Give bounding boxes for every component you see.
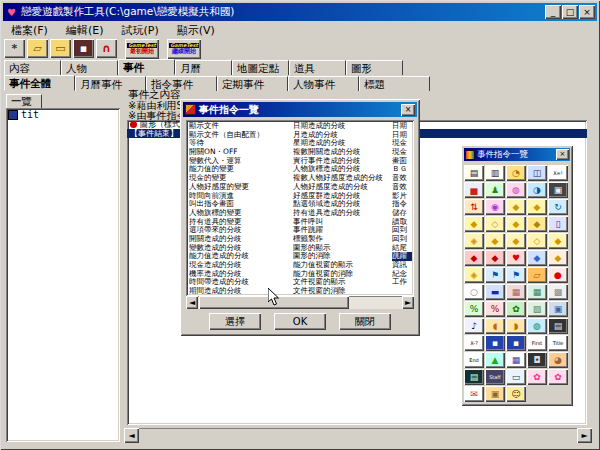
command-col3[interactable]: 指令 bbox=[392, 200, 412, 209]
command-col2[interactable]: 人物好感度造成的分歧 bbox=[293, 183, 392, 192]
menu-item-2[interactable]: 試玩(P) bbox=[114, 22, 165, 39]
pet-icon[interactable]: ☺ bbox=[506, 386, 526, 402]
label-make-icon[interactable]: ▱ bbox=[527, 267, 547, 283]
menu-item-1[interactable]: 編輯(E) bbox=[59, 22, 111, 39]
multi-switch-branch-icon[interactable]: ◇ bbox=[527, 233, 547, 249]
clock-misc-icon[interactable]: ◕ bbox=[548, 352, 568, 368]
title-jump-icon[interactable]: Title bbox=[548, 335, 568, 351]
command-col2[interactable]: 文件視窗的消除 bbox=[293, 287, 392, 296]
subtab-事件全體[interactable]: 事件全體 bbox=[4, 75, 75, 91]
command-row[interactable]: 機率造成的分歧能力值視窗的消除紀念 bbox=[189, 270, 414, 279]
command-col3[interactable]: 儲存 bbox=[392, 209, 412, 218]
ending-jump-icon[interactable]: End bbox=[464, 352, 484, 368]
command-col1[interactable]: 開關造成的分歧 bbox=[189, 235, 293, 244]
save-button[interactable]: ▪ bbox=[73, 39, 94, 58]
command-col2[interactable]: 人物旗標造成的分歧 bbox=[293, 165, 392, 174]
command-row[interactable]: 時間向前演進好感度群造成的分歧影片 bbox=[189, 192, 414, 201]
command-row[interactable]: 現金的變更複數人物好感度造成的分歧音效 bbox=[189, 174, 414, 183]
command-col1[interactable]: 變數代入・運算 bbox=[189, 157, 293, 166]
command-col3[interactable]: 紀念 bbox=[392, 270, 412, 279]
command-col1[interactable]: 時間向前演進 bbox=[189, 192, 293, 201]
command-row[interactable]: 現金造成的分歧能力值視窗的顯示資訊 bbox=[189, 261, 414, 270]
creature-icon[interactable]: ✿ bbox=[506, 301, 526, 317]
scenery-icon[interactable]: ▲ bbox=[485, 352, 505, 368]
subtab-定期事件[interactable]: 定期事件 bbox=[217, 76, 288, 91]
percent-2-icon[interactable]: % bbox=[485, 301, 505, 317]
item-change-icon[interactable]: ◉ bbox=[485, 199, 505, 215]
minimize-button[interactable]: _ bbox=[545, 5, 561, 19]
x-question-icon[interactable]: X-? bbox=[464, 335, 484, 351]
command-row[interactable]: 開關ON・OFF複數開關造成的分歧現金 bbox=[189, 148, 414, 157]
command-col3[interactable]: 影片 bbox=[392, 192, 412, 201]
subtab-人物事件[interactable]: 人物事件 bbox=[288, 76, 359, 91]
command-col2[interactable]: 事件呼叫 bbox=[293, 218, 392, 227]
variable-branch-icon[interactable]: ◆ bbox=[464, 216, 484, 232]
command-col1[interactable]: 選項帶來的分歧 bbox=[189, 226, 293, 235]
doc-window-show-icon[interactable]: ▦ bbox=[527, 284, 547, 300]
gametest-button-2[interactable]: GameTest繼續開始 bbox=[167, 39, 201, 59]
char-flag-change-icon[interactable]: ⇅ bbox=[464, 199, 484, 215]
close-button[interactable]: × bbox=[579, 5, 595, 19]
command-col1[interactable]: 現金造成的分歧 bbox=[189, 261, 293, 270]
command-col1[interactable]: 變數造成的分歧 bbox=[189, 244, 293, 253]
command-col2[interactable]: 複數人物好感度造成的分歧 bbox=[293, 174, 392, 183]
film-icon[interactable]: ▤ bbox=[548, 318, 568, 334]
command-col2[interactable]: 月造成的分歧 bbox=[293, 131, 392, 140]
scroll-left-icon[interactable]: ◄ bbox=[124, 428, 139, 443]
command-col1[interactable]: 人物好感度的變更 bbox=[189, 183, 293, 192]
variable-calc-icon[interactable]: X=! bbox=[548, 165, 568, 181]
command-row[interactable]: 持有道具的變更事件呼叫讀取 bbox=[189, 218, 414, 227]
eye-close-icon[interactable]: ◗ bbox=[506, 318, 526, 334]
command-col3[interactable]: 工作 bbox=[392, 278, 412, 287]
event-branch-icon[interactable]: ◆ bbox=[548, 233, 568, 249]
ok-button[interactable]: OK bbox=[274, 313, 326, 330]
eye-open-icon[interactable]: ◖ bbox=[485, 318, 505, 334]
month-branch-icon[interactable]: ◆ bbox=[485, 233, 505, 249]
command-col3[interactable]: 資訊 bbox=[392, 261, 412, 270]
command-col1[interactable]: 能力值的變更 bbox=[189, 165, 293, 174]
tab-list-overview[interactable]: 一覽 bbox=[6, 94, 42, 108]
command-screen-icon[interactable]: ▣ bbox=[548, 182, 568, 198]
command-col3[interactable]: 音效 bbox=[392, 183, 412, 192]
cash-change-icon[interactable]: ♟ bbox=[485, 182, 505, 198]
show-text-icon[interactable]: ▤ bbox=[464, 165, 484, 181]
ability-branch-icon[interactable]: ◇ bbox=[485, 216, 505, 232]
command-col2[interactable]: 圖形的顯示 bbox=[293, 244, 392, 253]
command-col1[interactable]: 顯示文件 bbox=[189, 122, 293, 131]
scroll-right-icon[interactable]: ► bbox=[577, 428, 592, 443]
command-col3[interactable]: 回到 bbox=[392, 226, 412, 235]
command-row[interactable]: 變數代入・運算實行事件造成的分歧畫面 bbox=[189, 157, 414, 166]
switch-onoff-icon[interactable]: ◫ bbox=[527, 165, 547, 181]
cash-branch-icon[interactable]: ◆ bbox=[506, 216, 526, 232]
command-col3[interactable]: 日期 bbox=[392, 122, 412, 131]
new-button[interactable]: * bbox=[4, 39, 25, 58]
event-tree-list[interactable]: tit bbox=[6, 108, 120, 442]
time-advance-icon[interactable]: ◑ bbox=[527, 182, 547, 198]
mail-icon[interactable]: ✉ bbox=[464, 386, 484, 402]
command-col2[interactable]: 日期造成的分歧 bbox=[293, 122, 392, 131]
dialog-close-icon[interactable]: × bbox=[401, 104, 415, 116]
command-col1[interactable]: 能力值造成的分歧 bbox=[189, 252, 293, 261]
command-row[interactable]: 人物好感度的變更人物好感度造成的分歧音效 bbox=[189, 183, 414, 192]
command-col2[interactable]: 圖形的消除 bbox=[293, 252, 392, 261]
first-jump-icon[interactable]: First bbox=[527, 335, 547, 351]
close-dialog-button[interactable]: 關閉 bbox=[339, 313, 391, 330]
subtab-標題[interactable]: 標題 bbox=[359, 76, 430, 91]
heart-branch-icon[interactable]: ♥ bbox=[506, 250, 526, 266]
command-col2[interactable]: 文件視窗的顯示 bbox=[293, 278, 392, 287]
command-col1[interactable]: 時間帶造成的分歧 bbox=[189, 278, 293, 287]
member-card-icon[interactable]: ▣ bbox=[485, 386, 505, 402]
command-col3[interactable]: 現金 bbox=[392, 148, 412, 157]
tab-月曆[interactable]: 月曆 bbox=[175, 60, 232, 75]
command-col3[interactable]: 日期 bbox=[392, 131, 412, 140]
command-col3[interactable]: 讀取 bbox=[392, 218, 412, 227]
command-col1[interactable]: 人物旗標的變更 bbox=[189, 209, 293, 218]
date-branch-icon[interactable]: ◈ bbox=[464, 233, 484, 249]
show-text-free-icon[interactable]: ▥ bbox=[485, 165, 505, 181]
affection-change-icon[interactable]: ◍ bbox=[506, 182, 526, 198]
command-row[interactable]: 選項帶來的分歧事件跳躍回到 bbox=[189, 226, 414, 235]
command-col2[interactable]: 星期造成的分歧 bbox=[293, 139, 392, 148]
event-jump-icon[interactable]: ⚑ bbox=[506, 267, 526, 283]
dialog-scroll-right-icon[interactable]: ► bbox=[402, 296, 414, 309]
load-floppy-icon[interactable]: ▪ bbox=[506, 335, 526, 351]
